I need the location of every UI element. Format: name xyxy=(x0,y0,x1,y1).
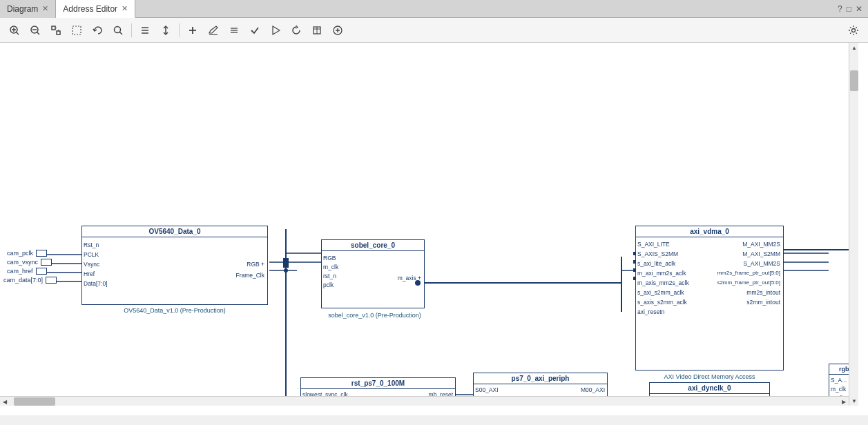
axi-vdma-title: axi_vdma_0 xyxy=(636,226,783,237)
distribute-button[interactable] xyxy=(157,21,175,39)
search-button[interactable] xyxy=(109,21,127,39)
svg-marker-25 xyxy=(273,26,280,34)
scroll-thumb-h[interactable] xyxy=(14,397,55,406)
tab-diagram-close[interactable]: ✕ xyxy=(42,5,48,12)
scroll-up-arrow[interactable]: ▲ xyxy=(849,43,858,52)
scroll-down-arrow[interactable]: ▼ xyxy=(849,396,858,406)
svg-rect-42 xyxy=(283,258,289,268)
add-button[interactable] xyxy=(184,21,202,39)
add-ip-button[interactable] xyxy=(329,21,347,39)
zoom-out-button[interactable] xyxy=(26,21,44,39)
fit-button[interactable] xyxy=(47,21,65,39)
cam-vsync-label: cam_vsync xyxy=(7,259,52,266)
toolbar xyxy=(0,18,868,43)
ov5640-title: OV5640_Data_0 xyxy=(82,226,267,237)
svg-point-67 xyxy=(284,268,288,273)
axi-vdma-block: axi_vdma_0 S_AXI_LITE S_AXIS_S2MM s_axi_… xyxy=(635,226,784,370)
ov5640-block: OV5640_Data_0 Rst_n PCLK Vsync Href Data… xyxy=(81,226,268,305)
separator-1 xyxy=(131,23,132,37)
zoom-in-button[interactable] xyxy=(6,21,23,39)
scroll-thumb-v[interactable] xyxy=(850,70,858,91)
run-button[interactable] xyxy=(267,21,284,39)
svg-line-1 xyxy=(17,32,19,34)
rst-ps7-title: rst_ps7_0_100M xyxy=(301,378,455,389)
svg-line-5 xyxy=(37,32,40,34)
axi-dynclk-title: axi_dynclk_0 xyxy=(650,383,769,394)
svg-point-66 xyxy=(283,259,289,265)
sobel-title: sobel_core_0 xyxy=(322,240,424,251)
svg-rect-7 xyxy=(52,26,55,30)
help-icon[interactable]: ? xyxy=(838,4,842,14)
settings-button[interactable] xyxy=(845,21,862,39)
sobel-subtitle: sobel_core_v1.0 (Pre-Production) xyxy=(314,312,435,319)
validate-button[interactable] xyxy=(246,21,264,39)
scroll-right-arrow[interactable]: ▶ xyxy=(839,397,849,406)
canvas-area[interactable]: cam_pclk cam_vsync cam_href cam_data[7:0… xyxy=(0,43,868,415)
edit-button[interactable] xyxy=(204,21,222,39)
properties-button[interactable] xyxy=(225,21,243,39)
svg-point-12 xyxy=(115,26,121,32)
port-box-camhref xyxy=(36,268,47,275)
cam-pclk-label: cam_pclk xyxy=(7,250,47,257)
tab-actions: ? □ ✕ xyxy=(838,4,868,14)
scroll-left-arrow[interactable]: ◀ xyxy=(0,397,10,406)
svg-line-13 xyxy=(119,32,122,34)
undo-button[interactable] xyxy=(88,21,106,39)
cam-href-label: cam_href xyxy=(7,268,47,275)
tab-address-editor-close[interactable]: ✕ xyxy=(122,5,128,12)
select-button[interactable] xyxy=(68,21,86,39)
axi-vdma-subtitle: AXI Video Direct Memory Access xyxy=(635,373,784,380)
separator-2 xyxy=(179,23,180,37)
tab-address-editor[interactable]: Address Editor ✕ xyxy=(56,0,135,18)
port-box-camdata xyxy=(46,277,57,284)
scrollbar-horizontal[interactable]: ◀ ▶ xyxy=(0,396,849,406)
svg-marker-20 xyxy=(209,26,218,33)
tab-address-editor-label: Address Editor xyxy=(63,4,117,14)
tab-diagram-label: Diagram xyxy=(7,4,38,14)
ps7-axi-title: ps7_0_axi_periph xyxy=(474,373,607,384)
window-close-icon[interactable]: ✕ xyxy=(856,4,862,14)
refresh-button[interactable] xyxy=(287,21,305,39)
align-button[interactable] xyxy=(136,21,154,39)
sobel-block: sobel_core_0 RGB m_clk rst_n pclk m_axis… xyxy=(321,239,425,308)
diagram-content: cam_pclk cam_vsync cam_href cam_data[7:0… xyxy=(0,43,858,406)
scrollbar-vertical[interactable]: ▲ ▼ xyxy=(849,43,858,406)
svg-point-32 xyxy=(852,28,856,32)
svg-rect-8 xyxy=(57,31,60,34)
svg-rect-11 xyxy=(73,26,81,34)
port-box-campclk xyxy=(36,250,47,257)
port-box-camvsync xyxy=(41,259,52,266)
cam-data-label: cam_data[7:0] xyxy=(3,277,57,284)
tab-diagram[interactable]: Diagram ✕ xyxy=(0,0,56,18)
tab-bar: Diagram ✕ Address Editor ✕ ? □ ✕ xyxy=(0,0,868,18)
generate-button[interactable] xyxy=(308,21,326,39)
ov5640-subtitle: OV5640_Data_v1.0 (Pre-Production) xyxy=(81,307,268,314)
maximize-icon[interactable]: □ xyxy=(847,4,851,14)
